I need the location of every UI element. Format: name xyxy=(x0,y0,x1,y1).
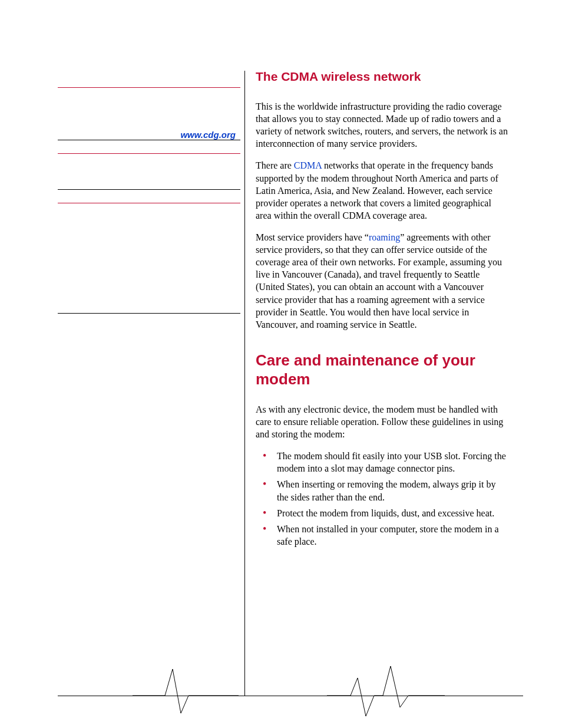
body-paragraph: As with any electronic device, the modem… xyxy=(256,403,509,440)
text-run: ” agreements with other service provider… xyxy=(256,232,502,330)
text-run: Most service providers have “ xyxy=(256,232,369,242)
link-roaming[interactable]: roaming xyxy=(369,232,400,242)
sidebar-link-cdg[interactable]: www.cdg.org xyxy=(58,129,240,140)
link-cdma[interactable]: CDMA xyxy=(294,160,322,170)
body-paragraph: There are CDMA networks that operate in … xyxy=(256,159,509,222)
bullet-list: The modem should fit easily into your US… xyxy=(256,450,509,548)
divider xyxy=(58,313,240,314)
sidebar: www.cdg.org xyxy=(58,71,240,314)
list-item: When inserting or removing the modem, al… xyxy=(256,478,509,503)
main-content: The CDMA wireless network This is the wo… xyxy=(256,70,509,551)
vertical-divider xyxy=(244,71,245,696)
body-paragraph: Most service providers have “roaming” ag… xyxy=(256,231,509,331)
list-item: Protect the modem from liquids, dust, an… xyxy=(256,507,509,519)
list-item: The modem should fit easily into your US… xyxy=(256,450,509,475)
decorative-heartbeat-left xyxy=(133,663,239,716)
list-item: When not installed in your computer, sto… xyxy=(256,523,509,548)
text-run: There are xyxy=(256,160,294,170)
subsection-heading: The CDMA wireless network xyxy=(256,70,509,84)
document-page: www.cdg.org The CDMA wireless network Th… xyxy=(0,0,562,728)
footer-divider xyxy=(58,696,523,696)
section-heading: Care and maintenance of your modem xyxy=(256,351,509,389)
decorative-heartbeat-right xyxy=(327,663,445,722)
body-paragraph: This is the worldwide infrastructure pro… xyxy=(256,100,509,150)
